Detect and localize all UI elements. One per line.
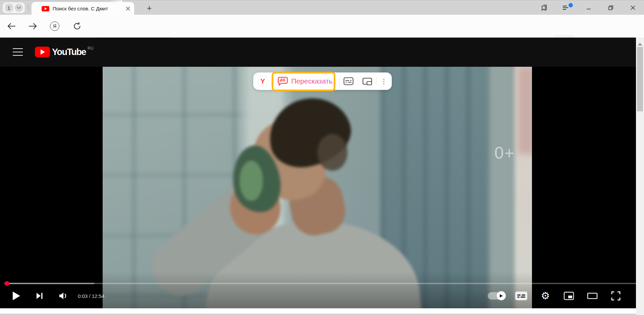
youtube-favicon-icon <box>42 6 49 11</box>
theater-mode-button[interactable] <box>584 288 601 304</box>
autoplay-knob <box>497 291 506 300</box>
captions-icon <box>515 292 527 300</box>
overlay-divider <box>339 76 339 86</box>
tab-strip: 1 Поиск без слов. С Дмит + <box>0 0 644 15</box>
forward-button[interactable] <box>26 15 40 38</box>
svg-text:66: 66 <box>280 77 285 83</box>
volume-button[interactable] <box>55 288 72 304</box>
autoplay-toggle[interactable] <box>486 288 506 304</box>
chameleon-belly <box>239 161 263 201</box>
youtube-header: YouTube RU <box>0 38 644 67</box>
restore-button[interactable] <box>600 0 622 15</box>
play-button[interactable] <box>10 288 25 304</box>
scrollbar-thumb[interactable] <box>637 47 643 111</box>
subtitles-icon[interactable] <box>343 74 354 89</box>
tab-title: Поиск без слов. С Дмит <box>53 6 125 11</box>
progress-scrubber[interactable] <box>5 281 9 286</box>
picture-in-picture-icon[interactable] <box>361 74 373 89</box>
tab-close-icon[interactable] <box>126 6 130 11</box>
yandex-logo-icon[interactable]: Y <box>258 75 268 87</box>
overlay-divider <box>358 76 358 86</box>
new-tab-button[interactable]: + <box>144 3 154 13</box>
miniplayer-button[interactable] <box>560 288 578 304</box>
time-display: 0:03 / 12:54 <box>78 288 104 304</box>
man-hair-fade <box>317 134 347 171</box>
overlay-divider <box>271 76 271 86</box>
minimize-button[interactable] <box>578 0 600 15</box>
page-scrollbar[interactable] <box>636 38 644 315</box>
notification-dot <box>569 3 573 7</box>
fullscreen-icon <box>611 291 621 301</box>
play-icon <box>13 292 24 300</box>
next-icon <box>36 292 44 300</box>
video-player[interactable]: 0+ Y 66 Пересказать <box>0 67 644 308</box>
active-tab[interactable]: Поиск без слов. С Дмит <box>32 2 134 15</box>
settings-button[interactable]: ⚙ <box>537 288 554 304</box>
youtube-logo-text: YouTube <box>52 47 86 57</box>
fullscreen-button[interactable] <box>607 288 625 304</box>
overlay-divider <box>376 76 377 86</box>
retell-label: Пересказать <box>291 77 332 85</box>
scene-pink-building <box>518 67 532 154</box>
youtube-play-badge-icon <box>35 47 50 57</box>
overlay-more-icon[interactable]: ⋮ <box>380 74 388 89</box>
browser-menu-icon[interactable] <box>555 0 578 15</box>
browser-window: 1 Поиск без слов. С Дмит + <box>0 0 644 315</box>
window-bottom-edge <box>0 314 644 315</box>
age-rating: 0+ <box>494 143 515 163</box>
quote-bubble-icon: 66 <box>278 76 288 86</box>
guide-menu-icon[interactable] <box>13 48 23 56</box>
youtube-logo[interactable]: YouTube RU <box>35 47 93 57</box>
miniplayer-icon <box>564 292 574 300</box>
theater-icon <box>587 293 598 299</box>
address-toolbar: Я www.youtube.com Поиск без слов. С Дмит… <box>0 15 644 38</box>
retell-button[interactable]: 66 Пересказать <box>274 76 336 86</box>
close-window-button[interactable] <box>622 0 644 15</box>
progress-bar[interactable] <box>4 283 640 284</box>
scroll-up-arrow-icon[interactable] <box>638 40 642 46</box>
tab-count: 1 <box>5 4 13 12</box>
captions-button[interactable] <box>513 288 530 304</box>
tab-counter[interactable]: 1 <box>3 2 25 13</box>
yandex-video-toolbar: Y 66 Пересказать <box>253 72 392 90</box>
autoplay-track <box>488 292 505 300</box>
progress-buffered <box>4 283 94 284</box>
volume-icon <box>59 292 68 300</box>
back-button[interactable] <box>5 15 18 38</box>
tab-strip-divider <box>29 4 29 11</box>
youtube-region-label: RU <box>88 46 93 51</box>
next-button[interactable] <box>32 288 47 304</box>
chevron-down-icon[interactable] <box>15 4 23 12</box>
yandex-search-icon[interactable]: Я <box>48 15 61 38</box>
reload-button[interactable] <box>70 15 84 38</box>
window-controls <box>533 0 644 15</box>
side-panel-bookmarks-icon[interactable] <box>533 0 555 15</box>
